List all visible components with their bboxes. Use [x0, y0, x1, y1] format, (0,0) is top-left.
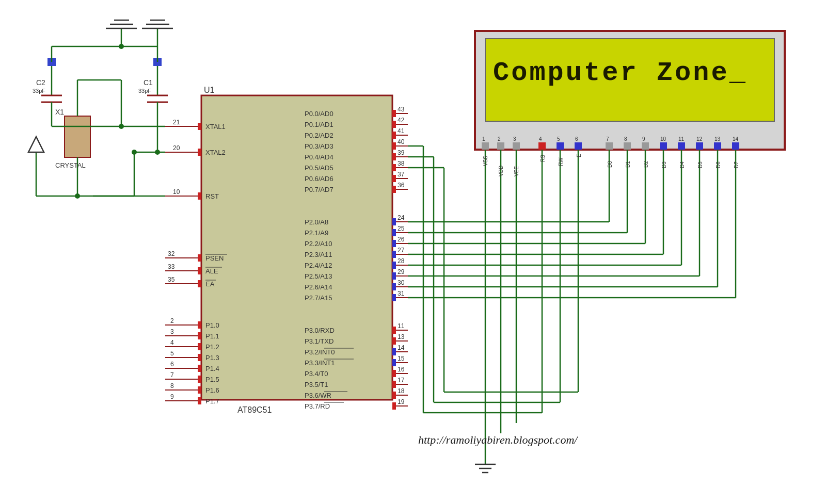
- svg-text:2: 2: [170, 317, 174, 324]
- svg-text:U1: U1: [204, 86, 215, 94]
- svg-text:P1.3: P1.3: [205, 354, 219, 362]
- svg-rect-60: [198, 397, 201, 404]
- svg-text:XTAL1: XTAL1: [205, 123, 226, 131]
- svg-text:C2: C2: [36, 78, 45, 87]
- svg-rect-5: [198, 123, 201, 130]
- svg-text:9: 9: [170, 393, 174, 400]
- svg-rect-48: [198, 365, 201, 372]
- svg-text:14: 14: [733, 136, 739, 142]
- svg-text:7: 7: [606, 136, 609, 142]
- svg-rect-104: [392, 240, 396, 247]
- svg-rect-215: [714, 142, 721, 150]
- svg-text:P1.5: P1.5: [205, 376, 219, 383]
- svg-text:17: 17: [398, 377, 405, 384]
- svg-text:33pF: 33pF: [138, 88, 151, 94]
- svg-rect-100: [392, 229, 396, 236]
- svg-text:P0.5/AD5: P0.5/AD5: [305, 164, 333, 172]
- svg-point-292: [75, 193, 80, 199]
- svg-text:P3.7/RD: P3.7/RD: [305, 402, 330, 410]
- svg-text:13: 13: [714, 136, 721, 142]
- svg-text:26: 26: [398, 236, 405, 243]
- svg-text:16: 16: [398, 366, 405, 373]
- svg-text:30: 30: [398, 279, 405, 286]
- svg-text:P1.2: P1.2: [205, 343, 219, 351]
- svg-rect-167: [482, 142, 489, 150]
- svg-text:37: 37: [398, 171, 405, 178]
- svg-text:X1: X1: [55, 108, 64, 116]
- svg-rect-27: [198, 280, 201, 287]
- svg-rect-179: [538, 142, 546, 150]
- svg-text:P3.6/WR: P3.6/WR: [305, 392, 331, 399]
- svg-rect-112: [392, 262, 396, 269]
- svg-text:32: 32: [168, 250, 175, 257]
- svg-rect-40: [198, 343, 201, 350]
- svg-rect-243: [65, 116, 90, 157]
- svg-text:31: 31: [398, 290, 405, 297]
- svg-rect-136: [392, 348, 396, 355]
- svg-text:VSS: VSS: [483, 156, 488, 166]
- svg-text:13: 13: [398, 333, 405, 340]
- svg-rect-56: [198, 386, 201, 394]
- svg-text:10: 10: [660, 136, 666, 142]
- svg-text:P0.0/AD0: P0.0/AD0: [305, 110, 333, 118]
- svg-text:38: 38: [398, 160, 405, 167]
- svg-text:P0.2/AD2: P0.2/AD2: [305, 132, 333, 139]
- svg-text:33: 33: [168, 263, 175, 270]
- svg-text:P1.7: P1.7: [205, 397, 219, 405]
- svg-text:D6: D6: [716, 161, 721, 168]
- svg-rect-32: [198, 321, 201, 329]
- svg-text:12: 12: [696, 136, 703, 142]
- svg-rect-199: [642, 142, 649, 150]
- svg-rect-150: [392, 381, 396, 388]
- svg-text:RST: RST: [205, 192, 219, 200]
- svg-text:18: 18: [398, 387, 405, 395]
- svg-text:8: 8: [170, 382, 174, 389]
- svg-rect-116: [392, 272, 396, 280]
- svg-text:6: 6: [170, 361, 174, 368]
- svg-text:EA: EA: [205, 280, 215, 288]
- svg-text:P2.4/A12: P2.4/A12: [305, 262, 332, 269]
- svg-rect-68: [392, 121, 396, 128]
- svg-text:11: 11: [398, 322, 405, 330]
- svg-text:5: 5: [557, 136, 560, 142]
- svg-text:36: 36: [398, 182, 405, 189]
- svg-text:P2.1/A9: P2.1/A9: [305, 229, 328, 237]
- svg-text:VDD: VDD: [498, 166, 504, 176]
- svg-text:P3.5/T1: P3.5/T1: [305, 381, 328, 388]
- svg-rect-154: [392, 392, 396, 399]
- svg-text:D5: D5: [697, 161, 703, 168]
- svg-text:20: 20: [173, 144, 180, 152]
- svg-text:D7: D7: [734, 161, 739, 168]
- svg-text:http://ramoliyabiren.blogspot.: http://ramoliyabiren.blogspot.com/: [418, 433, 578, 446]
- svg-text:9: 9: [642, 136, 645, 142]
- svg-rect-195: [624, 142, 631, 150]
- svg-text:P0.3/AD3: P0.3/AD3: [305, 142, 333, 150]
- svg-text:Computer Zone_: Computer Zone_: [493, 58, 748, 88]
- svg-rect-171: [497, 142, 504, 150]
- svg-text:P0.6/AD6: P0.6/AD6: [305, 175, 333, 183]
- svg-rect-76: [392, 142, 396, 150]
- svg-rect-183: [557, 142, 564, 150]
- svg-text:5: 5: [170, 350, 174, 357]
- svg-point-287: [155, 150, 160, 155]
- svg-text:D2: D2: [643, 161, 649, 168]
- svg-text:28: 28: [398, 257, 405, 265]
- svg-text:25: 25: [398, 225, 405, 232]
- svg-rect-203: [660, 142, 667, 150]
- svg-text:42: 42: [398, 117, 405, 124]
- svg-rect-22: [198, 267, 201, 274]
- svg-rect-9: [198, 149, 201, 156]
- svg-rect-159: [392, 402, 396, 410]
- svg-rect-13: [198, 192, 201, 200]
- svg-text:P2.3/A11: P2.3/A11: [305, 251, 332, 258]
- svg-text:19: 19: [398, 398, 405, 405]
- svg-text:P3.2/INT0: P3.2/INT0: [305, 348, 335, 356]
- svg-rect-132: [392, 337, 396, 345]
- svg-text:10: 10: [173, 188, 180, 196]
- svg-text:15: 15: [398, 355, 405, 362]
- svg-rect-128: [392, 327, 396, 334]
- svg-text:43: 43: [398, 106, 405, 113]
- svg-text:39: 39: [398, 149, 405, 156]
- svg-text:24: 24: [398, 214, 405, 221]
- svg-text:41: 41: [398, 127, 405, 135]
